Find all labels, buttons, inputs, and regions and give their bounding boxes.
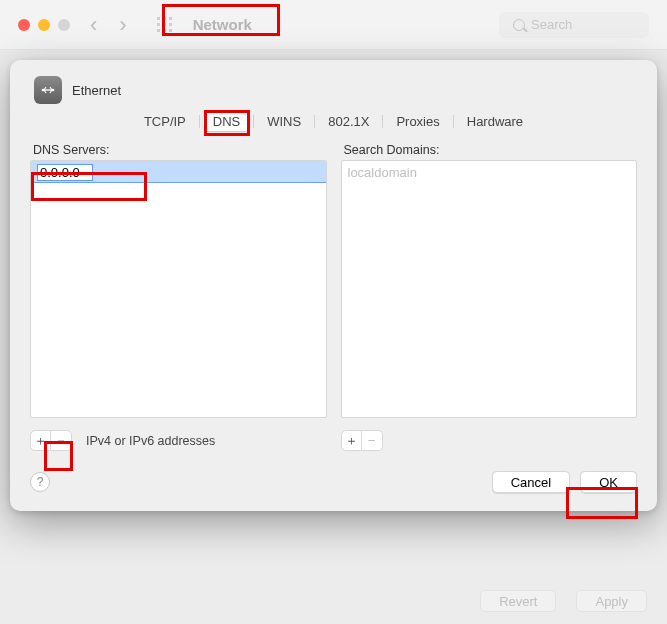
tab-proxies[interactable]: Proxies [386,112,449,131]
apply-button: Apply [576,590,647,612]
tab-dns[interactable]: DNS [203,112,250,131]
dns-server-input[interactable] [37,164,93,181]
search-domains-column: Search Domains: localdomain ＋ − [341,143,638,451]
revert-button: Revert [480,590,556,612]
search-icon [513,19,525,31]
cancel-button[interactable]: Cancel [492,471,570,493]
window-bottom-buttons: Revert Apply [480,590,647,612]
interface-name: Ethernet [72,83,121,98]
help-button[interactable]: ? [30,472,50,492]
ethernet-icon [34,76,62,104]
tab-tcpip[interactable]: TCP/IP [134,112,196,131]
minimize-window-button[interactable] [38,19,50,31]
window-title: Network [193,16,252,33]
tab-hardware[interactable]: Hardware [457,112,533,131]
tab-bar: TCP/IP DNS WINS 802.1X Proxies Hardware [30,112,637,131]
dns-servers-column: DNS Servers: ＋ − IPv4 or IPv6 addresses [30,143,327,451]
dns-sheet: Ethernet TCP/IP DNS WINS 802.1X Proxies … [10,60,657,511]
search-domains-label: Search Domains: [344,143,638,157]
dns-hint: IPv4 or IPv6 addresses [86,434,215,448]
nav-arrows: ‹ › [90,14,127,36]
search-add-button[interactable]: ＋ [341,430,362,451]
zoom-window-button [58,19,70,31]
search-domain-entry[interactable]: localdomain [342,161,637,183]
preferences-toolbar: ‹ › Network Search [0,0,667,50]
close-window-button[interactable] [18,19,30,31]
show-all-icon[interactable] [157,17,173,33]
dns-server-entry-editing[interactable] [31,161,326,183]
dns-remove-button: − [51,430,72,451]
ok-button[interactable]: OK [580,471,637,493]
search-field[interactable]: Search [499,12,649,38]
search-remove-button: − [362,430,383,451]
search-placeholder: Search [531,17,572,32]
back-button: ‹ [90,14,97,36]
dns-add-button[interactable]: ＋ [30,430,51,451]
search-domains-list[interactable]: localdomain [341,160,638,418]
tab-wins[interactable]: WINS [257,112,311,131]
tab-8021x[interactable]: 802.1X [318,112,379,131]
forward-button: › [119,14,126,36]
dns-servers-label: DNS Servers: [33,143,327,157]
window-controls [18,19,70,31]
dns-servers-list[interactable] [30,160,327,418]
